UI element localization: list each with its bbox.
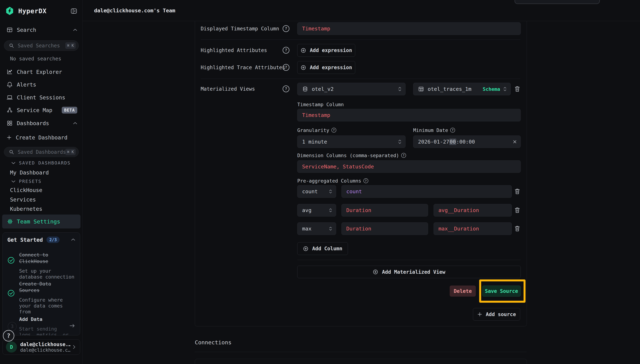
sidebar-item-label: Dashboards	[17, 120, 49, 126]
mv-database-select[interactable]: otel_v2	[297, 83, 405, 95]
help-circle-icon[interactable]: ?	[450, 128, 455, 133]
delete-column-trash-icon[interactable]	[513, 187, 521, 196]
clear-icon[interactable]	[512, 139, 517, 144]
task-subtitle: Configure where your data comes from	[19, 297, 76, 315]
saved-searches-input[interactable]: Saved Searches ⌘ K	[4, 40, 79, 51]
help-circle-icon[interactable]: ?	[331, 128, 336, 133]
updown-chevrons-icon	[503, 87, 507, 91]
agg-fn-select[interactable]: max	[297, 222, 336, 235]
plus-icon	[477, 312, 482, 317]
source-settings-card: Displayed Timestamp Column ? Timestamp H…	[195, 21, 527, 326]
materialized-views-label: Materialized Views	[201, 86, 255, 92]
add-materialized-view-button[interactable]: Add Materialized View	[297, 266, 521, 278]
shortcut-badge: ⌘ K	[65, 149, 76, 155]
delete-column-trash-icon[interactable]	[513, 224, 521, 233]
sidebar-item-my-dashboard[interactable]: My Dashboard	[10, 170, 49, 176]
sidebar-item-clickhouse[interactable]: ClickHouse	[10, 187, 43, 193]
chevron-up-icon[interactable]	[71, 238, 76, 241]
plus-icon	[7, 135, 12, 140]
user-name: dale@clickhouse.…	[20, 342, 70, 347]
agg-alias-input[interactable]: max__Duration	[434, 222, 512, 235]
plus-circle-icon	[301, 48, 306, 53]
plus-circle-icon	[301, 65, 306, 70]
help-circle-icon[interactable]: ?	[283, 25, 289, 32]
help-circle-icon[interactable]: ?	[363, 178, 368, 183]
add-source-button[interactable]: Add source	[473, 308, 520, 320]
sidebar-item-dashboards[interactable]: Dashboards	[0, 118, 83, 128]
agg-expression-input[interactable]: Duration	[341, 204, 428, 216]
brand-row: HyperDX	[0, 6, 83, 16]
sidebar-item-client-sessions[interactable]: Client Sessions	[0, 92, 83, 102]
shortcut-badge: ⌘ K	[65, 42, 76, 49]
table-grid-icon	[418, 86, 424, 92]
saved-dashboards-section-header[interactable]: SAVED DASHBOARDS	[11, 160, 71, 166]
task-title: Create Data Sources	[19, 281, 76, 294]
plus-circle-icon	[373, 269, 378, 275]
database-icon	[302, 86, 308, 92]
saved-dashboards-input[interactable]: Saved Dashboards ⌘ K	[4, 147, 79, 157]
date-segment-highlight: 00	[449, 138, 456, 145]
displayed-timestamp-label: Displayed Timestamp Column	[201, 26, 279, 32]
create-dashboard-label: Create Dashboard	[16, 134, 68, 141]
collapse-sidebar-icon[interactable]	[71, 8, 77, 14]
no-saved-searches-text: No saved searches	[10, 56, 61, 62]
agg-expression-input[interactable]: Duration	[341, 222, 428, 235]
brand-name: HyperDX	[18, 7, 47, 15]
sidebar-item-kubernetes[interactable]: Kubernetes	[10, 206, 43, 212]
agg-alias-input[interactable]: avg__Duration	[434, 204, 512, 216]
toast-stub	[515, 0, 600, 4]
create-dashboard-button[interactable]: Create Dashboard	[0, 132, 83, 142]
dimension-columns-input[interactable]: ServiceName, StatusCode	[297, 160, 521, 173]
highlighted-trace-attributes-label: Highlighted Trace Attributes	[201, 64, 285, 70]
sidebar-item-services[interactable]: Services	[10, 196, 36, 203]
help-circle-icon[interactable]: ?	[283, 47, 289, 54]
sidebar-item-label: Chart Explorer	[17, 69, 62, 75]
sidebar: HyperDX Search Saved Searches ⌘ K No sav…	[0, 0, 83, 364]
displayed-timestamp-input[interactable]: Timestamp	[297, 22, 521, 35]
connections-heading: Connections	[195, 339, 231, 346]
help-circle-icon[interactable]: ?	[401, 153, 406, 158]
minimum-date-input[interactable]: 2026-01-27 00:00:00	[413, 136, 521, 148]
granularity-select[interactable]: 1 minute	[297, 136, 405, 148]
schema-link[interactable]: Schema	[483, 86, 500, 92]
granularity-label: Granularity?	[297, 128, 336, 133]
bell-icon	[7, 81, 13, 88]
task-title: Add Data	[19, 316, 76, 322]
sidebar-item-search[interactable]: Search	[0, 25, 83, 35]
saved-dashboards-placeholder: Saved Dashboards	[18, 149, 65, 155]
user-menu[interactable]: D dale@clickhouse.… dale@clickhouse.c…	[3, 339, 80, 355]
sidebar-item-team-settings[interactable]: Team Settings	[2, 214, 81, 228]
plus-circle-icon	[303, 246, 309, 252]
sidebar-item-service-map[interactable]: Service Map BETA	[0, 105, 83, 115]
arrow-right-icon	[69, 324, 75, 328]
sidebar-item-label: Search	[17, 27, 36, 33]
add-expression-button[interactable]: Add expression	[297, 44, 355, 57]
chevron-down-icon	[11, 180, 16, 183]
agg-expression-input[interactable]: count	[341, 185, 512, 198]
search-icon	[9, 149, 14, 155]
task-title: Connect to ClickHouse	[19, 252, 76, 264]
chevron-up-icon	[73, 122, 78, 125]
help-circle-icon[interactable]: ?	[283, 86, 289, 92]
app-window: HyperDX Search Saved Searches ⌘ K No sav…	[0, 0, 640, 364]
search-icon	[9, 43, 14, 48]
save-source-button[interactable]: Save Source	[482, 286, 521, 296]
add-column-button[interactable]: Add Column	[297, 242, 348, 255]
sidebar-item-label: Service Map	[17, 107, 53, 113]
chevron-right-icon	[73, 344, 76, 350]
sidebar-item-chart-explorer[interactable]: Chart Explorer	[0, 67, 83, 77]
delete-view-trash-icon[interactable]	[513, 85, 521, 93]
mv-timestamp-column-input[interactable]: Timestamp	[297, 109, 521, 122]
delete-button[interactable]: Delete	[450, 286, 476, 296]
sidebar-item-label: Alerts	[17, 82, 36, 88]
delete-column-trash-icon[interactable]	[513, 206, 521, 214]
agg-fn-select[interactable]: avg	[297, 204, 336, 216]
page-title: dale@clickhouse.com's Team	[94, 8, 175, 14]
mv-table-select[interactable]: otel_traces_1m Schema	[413, 83, 511, 95]
presets-section-header[interactable]: PRESETS	[11, 179, 42, 184]
task-subtitle: Start sending logs, metrics, or traces	[19, 326, 76, 336]
help-circle-icon[interactable]: ?	[283, 64, 289, 71]
agg-fn-select[interactable]: count	[297, 185, 336, 198]
sidebar-item-alerts[interactable]: Alerts	[0, 80, 83, 90]
add-expression-button[interactable]: Add expression	[297, 61, 355, 74]
